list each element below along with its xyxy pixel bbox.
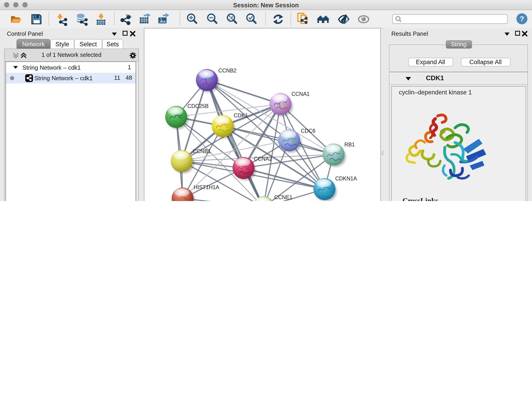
svg-text:CDC6: CDC6 [301,128,316,134]
svg-text:CCNA1: CCNA1 [291,91,310,97]
svg-text:CCNE1: CCNE1 [274,194,292,200]
svg-text:CDK1: CDK1 [234,113,248,119]
svg-text:CCNB1: CCNB1 [193,148,211,154]
svg-text:CCNA2: CCNA2 [254,156,272,162]
svg-text:HIST1H1A: HIST1H1A [194,184,219,190]
svg-text:CCNB2: CCNB2 [218,68,236,74]
svg-text:CDKN1A: CDKN1A [335,176,357,182]
svg-text:CDC25B: CDC25B [187,103,209,109]
svg-text:RB1: RB1 [344,142,355,148]
svg-text:?: ? [520,15,524,23]
